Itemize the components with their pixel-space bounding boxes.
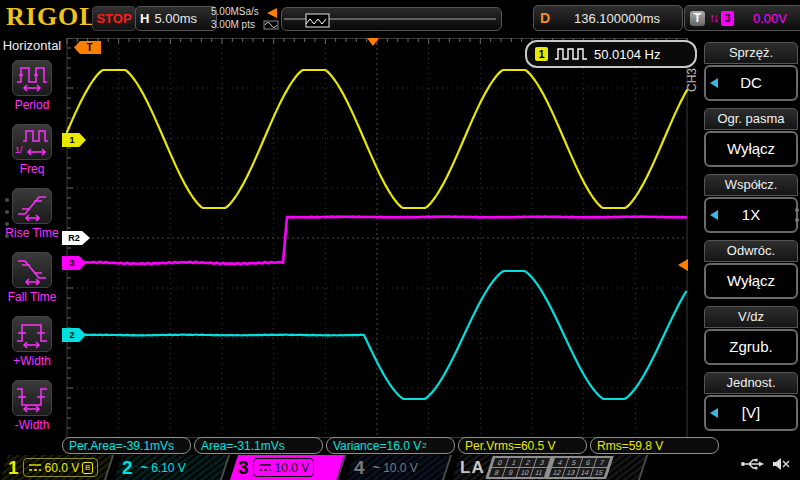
waveform-display-area[interactable]: T 1R232 [66,38,688,438]
la-content: LA0123456789101112131415 [452,455,648,480]
channel-4-status[interactable]: 4~10.0 V [346,455,452,480]
menu-item-value[interactable]: Wyłącz [704,131,798,167]
la-digit-15: 15 [591,468,607,477]
trigger-level-value: 0.00V [738,11,800,26]
measurement-pill-5: Rms=59.8 V [590,437,719,454]
measurement-pill-1: Per.Area=-39.1mVs [62,437,191,454]
menu-item-3[interactable]: Współcz.1X [704,174,798,233]
ac-coupling-icon: ~ [373,460,381,475]
bandwidth-limit-icon: B [82,462,93,474]
menu-item-value[interactable]: 1X [704,197,798,233]
menu-item-title: Sprzęż. [704,42,798,64]
left-menu-item--width[interactable]: -Width [0,380,64,432]
measurement-pill-2: Area=-31.1mVs [194,437,323,454]
trigger-indicator: T ↑↓ 3 0.00V [684,5,800,31]
acquisition-info: 5.00MSa/s 3.00M pts [211,5,259,31]
menu-item-4[interactable]: Odwróc.Wyłącz [704,240,798,299]
channel-2-content: 2~6.10 V [114,455,230,480]
channel-3-number: 3 [238,455,249,480]
delay-indicator: D 136.100000ms [533,5,683,31]
period-button[interactable] [12,60,52,96]
pwidth-button[interactable] [12,316,52,352]
left-menu-label: Period [0,98,64,112]
logic-analyzer-status[interactable]: LA0123456789101112131415 [452,455,648,480]
menu-item-value[interactable]: Zgrub. [704,329,798,365]
speaker-muted-icon [772,457,790,471]
menu-item-value[interactable]: [V] [704,395,798,431]
usb-icon [740,457,764,471]
channel-4-content: 4~10.0 V [346,455,452,480]
la-digit-11: 11 [531,468,547,477]
fall-button[interactable] [12,252,52,288]
menu-item-title: V/dz [704,306,798,328]
horizontal-label: H [140,11,149,26]
la-digit-row: 89101112131415 [489,468,607,477]
freq-counter-channel-badge: 1 [535,47,548,61]
memory-depth: 3.00M pts [211,18,259,31]
ac-coupling-icon: ~ [141,460,149,475]
menu-item-title: Współcz. [704,174,798,196]
left-menu-label: Freq [0,162,64,176]
channel-3-content: 310.0 V [230,455,346,480]
left-menu-item-freq[interactable]: 1/Freq [0,124,64,176]
nwidth-button[interactable] [12,380,52,416]
freq-button[interactable]: 1/ [12,124,52,160]
channel-1-status[interactable]: 160.0 VB [0,455,114,480]
menu-item-6[interactable]: Jednost.[V] [704,372,798,431]
left-menu-item-fall-time[interactable]: Fall Time [0,252,64,304]
fall-icon [14,254,50,286]
timebase-value: 5.00ms [154,11,197,26]
waveform-preview-bar[interactable] [281,7,502,31]
channel-2-status[interactable]: 2~6.10 V [114,455,230,480]
left-menu-item-rise-time[interactable]: Rise Time [0,188,64,240]
run-state-indicator[interactable]: STOP [92,6,136,31]
trigger-source-badge: 3 [721,11,734,26]
menu-item-title: Ogr. pasma [704,108,798,130]
freq-counter-value: 50.0104 Hz [594,47,661,62]
left-menu-label: +Width [0,354,64,368]
menu-item-1[interactable]: Sprzęż.DC [704,42,798,101]
rise-button[interactable] [12,188,52,224]
menu-item-2[interactable]: Ogr. pasmaWyłącz [704,108,798,167]
channel-1-number: 1 [8,455,19,480]
left-menu-item--width[interactable]: +Width [0,316,64,368]
channel-4-scale-value: 10.0 V [383,461,418,475]
horizontal-timebase-indicator: H 5.00ms [135,6,217,31]
channel-1-content: 160.0 VB [0,455,114,480]
square-wave-icon [554,48,588,60]
pwidth-icon [14,318,50,350]
channel-4-number: 4 [354,455,365,480]
left-menu-label: Fall Time [0,290,64,304]
freq-icon: 1/ [14,126,50,158]
trigger-slope-icon: ↑↓ [709,11,717,25]
channel-3-settings-pill: 10.0 V [253,458,315,477]
la-digit-3: 3 [534,458,550,467]
menu-item-title: Jednost. [704,372,798,394]
dc-coupling-icon [28,463,42,472]
left-triangle-icon [710,78,718,88]
menu-item-value[interactable]: DC [704,65,798,101]
left-menu-item-period[interactable]: Period [0,60,64,112]
system-status-icons [740,457,790,471]
left-triangle-icon [710,210,718,220]
rigol-logo: RIGOL [6,2,98,32]
channel-2-number: 2 [122,455,133,480]
trigger-label: T [690,11,705,26]
menu-item-value[interactable]: Wyłącz [704,263,798,299]
left-menu-label: Rise Time [0,226,64,240]
left-triangle-icon [710,408,718,418]
left-function-menu: Horizontal Period1/FreqRise TimeFall Tim… [0,36,64,448]
channel-3-status[interactable]: 310.0 V [230,455,346,480]
oscilloscope-screen: RIGOL STOP H 5.00ms 5.00MSa/s 3.00M pts … [0,0,800,480]
la-digit-7: 7 [594,458,610,467]
channel-2-settings-pill: ~6.10 V [137,459,190,476]
top-status-bar: RIGOL STOP H 5.00ms 5.00MSa/s 3.00M pts … [0,0,800,36]
menu-item-5[interactable]: V/dzZgrub. [704,306,798,365]
measurement-pill-4: Per.Vrms=60.5 V [458,437,587,454]
la-digit-row: 01234567 [492,458,610,467]
channel-1-settings-pill: 60.0 VB [23,458,99,477]
measurement-pill-3: Variance=16.0 V2 [326,437,455,454]
memory-depth-icon [262,6,280,34]
rise-icon [14,190,50,222]
right-soft-menu: CH3 Sprzęż.DCOgr. pasmaWyłączWspółcz.1XO… [688,36,800,450]
